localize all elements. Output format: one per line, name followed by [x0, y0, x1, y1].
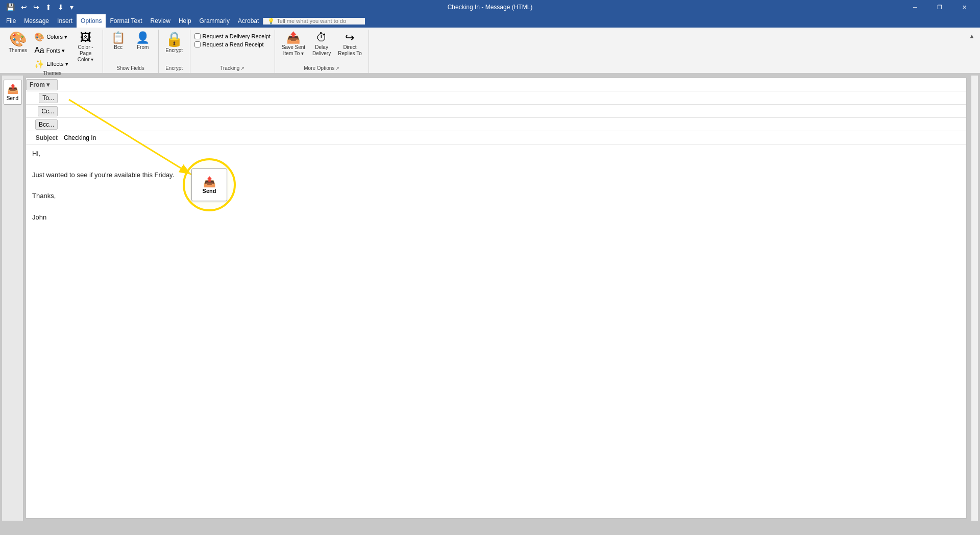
colors-label: Colors ▾: [46, 34, 67, 40]
from-input[interactable]: [62, 78, 966, 91]
themes-button[interactable]: 🎨 Themes: [6, 31, 30, 63]
to-button[interactable]: To...: [39, 93, 58, 103]
bcc-input[interactable]: [62, 118, 966, 131]
tracking-checkboxes: Request a Delivery Receipt Request a Rea…: [194, 31, 271, 48]
from-dropdown-button[interactable]: From ▾: [26, 79, 58, 90]
dropdown-icon[interactable]: ▾: [68, 2, 76, 12]
menu-insert[interactable]: Insert: [53, 14, 77, 28]
effects-button[interactable]: ✨ Effects ▾: [32, 58, 70, 70]
fonts-icon: Aa: [34, 46, 44, 55]
save-icon[interactable]: 💾: [4, 2, 17, 12]
redo-icon[interactable]: ↪: [31, 2, 41, 12]
body-line-5: Thanks,: [32, 191, 960, 202]
restore-button[interactable]: ❐: [928, 0, 951, 14]
ribbon-group-more-options: 📤 Save SentItem To ▾ ⏱ DelayDelivery ↪ D…: [275, 30, 369, 73]
themes-content: 🎨 Themes 🎨 Colors ▾ Aa Fonts ▾ ✨ Effects…: [6, 31, 99, 70]
close-button[interactable]: ✕: [952, 0, 976, 14]
save-sent-label: Save SentItem To ▾: [282, 44, 305, 57]
fonts-label: Fonts ▾: [46, 47, 65, 54]
encrypt-content: 🔒 Encrypt: [163, 31, 186, 65]
more-options-launch-icon[interactable]: ↗: [335, 66, 339, 71]
tracking-group-label[interactable]: Tracking ↗: [194, 65, 271, 72]
compose-bcc-field: Bcc...: [26, 118, 966, 131]
ribbon-collapse-button[interactable]: ▲: [966, 32, 978, 41]
bcc-button[interactable]: 📋 Bcc: [107, 31, 130, 63]
body-line-4: [32, 180, 960, 191]
tracking-launch-icon[interactable]: ↗: [240, 66, 244, 71]
delivery-receipt-checkbox[interactable]: Request a Delivery Receipt: [194, 33, 271, 40]
from-field-label: From ▾: [26, 79, 62, 90]
tell-me-input[interactable]: [277, 18, 358, 24]
menu-grammarly[interactable]: Grammarly: [195, 14, 234, 28]
quick-access-toolbar[interactable]: 💾 ↩ ↪ ⬆ ⬇ ▾: [4, 2, 76, 12]
to-field-label: To...: [26, 93, 62, 103]
title-bar: 💾 ↩ ↪ ⬆ ⬇ ▾ Checking In - Message (HTML)…: [0, 0, 980, 14]
compose-container: From ▾ To... Cc...: [26, 78, 967, 519]
cc-button[interactable]: Cc...: [38, 106, 58, 116]
page-color-button[interactable]: 🖼 Color -PageColor ▾: [73, 31, 99, 63]
bcc-button[interactable]: Bcc...: [35, 119, 58, 130]
encrypt-button[interactable]: 🔒 Encrypt: [163, 31, 186, 63]
show-fields-group-label[interactable]: Show Fields: [107, 65, 154, 72]
effects-label: Effects ▾: [46, 61, 68, 67]
from-icon: 👤: [136, 32, 150, 43]
fonts-button[interactable]: Aa Fonts ▾: [32, 44, 70, 57]
show-fields-content: 📋 Bcc 👤 From: [107, 31, 154, 65]
next-icon[interactable]: ⬇: [56, 2, 66, 12]
cc-input[interactable]: [62, 105, 966, 117]
encrypt-group-label[interactable]: Encrypt: [163, 65, 186, 72]
to-input[interactable]: [62, 91, 966, 104]
menu-message[interactable]: Message: [20, 14, 53, 28]
menu-help[interactable]: Help: [175, 14, 195, 28]
cc-field-label: Cc...: [26, 106, 62, 116]
scrollbar[interactable]: [971, 76, 978, 521]
compose-from-field: From ▾: [26, 78, 966, 91]
save-sent-item-button[interactable]: 📤 Save SentItem To ▾: [279, 31, 308, 63]
page-color-icon: 🖼: [80, 32, 91, 43]
main-layout: 📤 Send From ▾ To...: [0, 74, 980, 523]
more-options-group-label[interactable]: More Options ↗: [279, 65, 364, 72]
bcc-icon: 📋: [111, 32, 125, 43]
tracking-group-label-text: Tracking: [220, 65, 239, 71]
read-receipt-label: Request a Read Receipt: [203, 41, 264, 47]
colors-button[interactable]: 🎨 Colors ▾: [32, 31, 70, 43]
compose-subject-field: Subject: [26, 131, 966, 144]
window-controls[interactable]: ─ ❐ ✕: [903, 0, 976, 14]
subject-input[interactable]: [62, 131, 966, 144]
delay-delivery-button[interactable]: ⏱ DelayDelivery: [310, 31, 333, 63]
direct-replies-button[interactable]: ↪ DirectReplies To: [335, 31, 364, 63]
menu-bar: File Message Insert Options Format Text …: [0, 14, 980, 28]
themes-label: Themes: [9, 47, 27, 54]
menu-review[interactable]: Review: [146, 14, 175, 28]
send-button[interactable]: 📤 Send: [4, 80, 22, 105]
ribbon-group-encrypt: 🔒 Encrypt Encrypt: [159, 30, 190, 73]
menu-format-text[interactable]: Format Text: [106, 14, 146, 28]
from-dropdown-label: From ▾: [30, 81, 50, 88]
tell-me-bar[interactable]: 💡: [263, 18, 365, 25]
compose-area: From ▾ To... Cc...: [26, 76, 969, 521]
encrypt-group-label-text: Encrypt: [165, 65, 183, 71]
minimize-button[interactable]: ─: [903, 0, 927, 14]
from-label: From: [137, 44, 149, 51]
compose-body[interactable]: Hi, Just wanted to see if you're availab…: [26, 144, 966, 400]
prev-icon[interactable]: ⬆: [43, 2, 54, 12]
more-options-content: 📤 Save SentItem To ▾ ⏱ DelayDelivery ↪ D…: [279, 31, 364, 65]
menu-acrobat[interactable]: Acrobat: [234, 14, 263, 28]
bcc-field-label: Bcc...: [26, 119, 62, 130]
encrypt-label: Encrypt: [165, 47, 183, 54]
body-line-6: [32, 202, 960, 212]
ribbon-group-tracking: Request a Delivery Receipt Request a Rea…: [190, 30, 275, 73]
delivery-receipt-input[interactable]: [194, 33, 201, 39]
menu-file[interactable]: File: [2, 14, 20, 28]
ribbon: 🎨 Themes 🎨 Colors ▾ Aa Fonts ▾ ✨ Effects…: [0, 28, 980, 74]
send-label: Send: [7, 95, 18, 101]
from-button[interactable]: 👤 From: [132, 31, 154, 63]
read-receipt-input[interactable]: [194, 41, 201, 47]
page-color-label: Color -PageColor ▾: [78, 44, 94, 63]
undo-icon[interactable]: ↩: [19, 2, 29, 12]
read-receipt-checkbox[interactable]: Request a Read Receipt: [194, 41, 271, 48]
menu-options[interactable]: Options: [77, 14, 106, 28]
window-title: Checking In - Message (HTML): [448, 4, 533, 11]
show-fields-group-label-text: Show Fields: [116, 65, 144, 71]
subject-field-label: Subject: [26, 134, 62, 141]
